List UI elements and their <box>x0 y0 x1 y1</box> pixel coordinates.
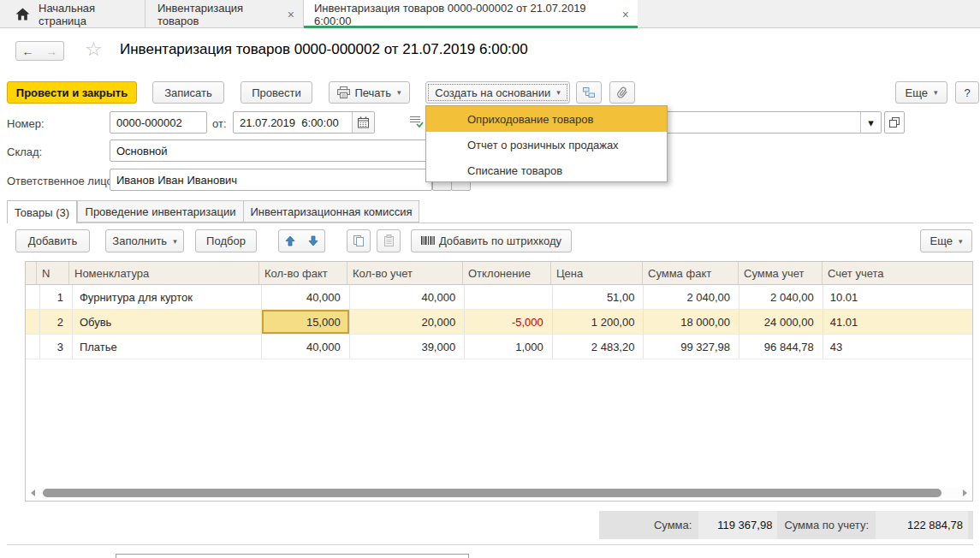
cell-sum-fact[interactable]: 2 040,00 <box>644 285 739 309</box>
number-field[interactable]: 0000-000002 <box>110 111 207 134</box>
cell-sum-fact[interactable]: 99 327,98 <box>644 335 739 359</box>
chevron-down-icon: ▾ <box>868 116 874 129</box>
paste-icon <box>383 234 395 247</box>
fill-button[interactable]: Заполнить ▾ <box>105 229 184 252</box>
move-row-up-button[interactable] <box>278 229 302 252</box>
cell-sum-acc[interactable]: 96 844,78 <box>739 335 823 359</box>
calendar-button[interactable] <box>352 112 374 133</box>
cell-qty-acc[interactable]: 20,000 <box>350 310 466 334</box>
forward-button[interactable]: → <box>39 41 64 61</box>
tab-inventory-list[interactable]: Инвентаризация товаров × <box>146 0 304 28</box>
column-header-qty-acc[interactable]: Кол-во учет <box>347 262 463 284</box>
more-button-top[interactable]: Еще ▾ <box>895 81 947 104</box>
combo-dropdown-button[interactable]: ▾ <box>860 112 881 133</box>
column-header-sum-acc[interactable]: Сумма учет <box>739 262 823 284</box>
cell-qty-acc[interactable]: 39,000 <box>350 335 466 359</box>
arrow-up-icon <box>285 235 295 246</box>
cell-sum-acc[interactable]: 2 040,00 <box>739 285 823 309</box>
post-and-close-button[interactable]: Провести и закрыть <box>7 81 137 104</box>
printer-icon <box>337 86 350 98</box>
cell-nomenclature[interactable]: Обувь <box>73 310 262 334</box>
post-button[interactable]: Провести <box>241 81 312 104</box>
attachments-button[interactable] <box>609 81 635 104</box>
date-label: от: <box>212 117 227 130</box>
cell-qty-fact[interactable]: 40,000 <box>262 285 350 309</box>
cell-qty-fact[interactable]: 40,000 <box>262 335 350 359</box>
scrollbar-thumb[interactable] <box>43 489 941 497</box>
tab-label: Инвентаризация товаров <box>157 2 279 27</box>
cell-account[interactable]: 10.01 <box>823 285 972 309</box>
menu-item-goods-write-off[interactable]: Списание товаров <box>426 157 667 183</box>
back-button[interactable]: ← <box>15 41 40 61</box>
more-button-table[interactable]: Еще ▾ <box>920 229 972 252</box>
tab-home-page[interactable]: Начальная страница <box>0 0 146 28</box>
cell-deviation[interactable]: -5,000 <box>465 310 553 334</box>
column-header-nomenclature[interactable]: Номенклатура <box>69 262 259 284</box>
copy-button[interactable] <box>347 229 371 252</box>
row-marker-cell <box>26 310 40 334</box>
help-button[interactable]: ? <box>955 81 979 104</box>
clipped-field-below[interactable] <box>116 554 469 558</box>
cell-nomenclature[interactable]: Фурнитура для курток <box>73 285 262 309</box>
tab-goods[interactable]: Товары (3) <box>7 200 77 223</box>
cell-deviation[interactable]: 1,000 <box>465 335 553 359</box>
scroll-left-icon[interactable] <box>31 490 35 496</box>
document-check-icon[interactable] <box>409 115 424 128</box>
menu-item-retail-sales-report[interactable]: Отчет о розничных продажах <box>426 132 667 157</box>
tab-inventory-document[interactable]: Инвентаризация товаров 0000-000002 от 21… <box>304 0 638 28</box>
tab-inventory-execution[interactable]: Проведение инвентаризации <box>77 200 244 223</box>
column-header-deviation[interactable]: Отклонение <box>463 262 551 284</box>
favorite-star-icon[interactable]: ☆ <box>85 38 103 61</box>
cell-sum-fact[interactable]: 18 000,00 <box>644 310 739 334</box>
cell-n[interactable]: 2 <box>40 310 73 334</box>
responsible-field[interactable]: Иванов Иван Иванович <box>110 169 432 191</box>
horizontal-scrollbar[interactable] <box>29 487 969 499</box>
column-header-price[interactable]: Цена <box>551 262 643 284</box>
row-marker-column-header <box>26 262 37 284</box>
calendar-icon <box>357 116 370 128</box>
chevron-down-icon: ▾ <box>173 237 177 246</box>
pick-button[interactable]: Подбор <box>195 229 257 252</box>
move-row-down-button[interactable] <box>301 229 325 252</box>
table-row-current[interactable]: 2 Обувь 15,000 20,000 -5,000 1 200,00 18… <box>26 310 972 335</box>
cell-account[interactable]: 41.01 <box>823 310 972 334</box>
date-field[interactable]: 21.07.2019 6:00:00 <box>233 111 375 134</box>
column-header-account[interactable]: Счет учета <box>823 262 972 284</box>
open-link-button[interactable] <box>884 111 905 134</box>
barcode-icon <box>421 235 435 246</box>
column-header-sum-fact[interactable]: Сумма факт <box>643 262 739 284</box>
cell-deviation[interactable] <box>465 285 553 309</box>
create-based-on-menu: Оприходование товаров Отчет о розничных … <box>425 105 668 182</box>
print-button[interactable]: Печать ▾ <box>329 81 410 104</box>
cell-account[interactable]: 43 <box>823 335 972 359</box>
add-row-button[interactable]: Добавить <box>15 229 90 252</box>
cell-price[interactable]: 51,00 <box>553 285 644 309</box>
column-header-n[interactable]: N <box>37 262 69 284</box>
cell-n[interactable]: 3 <box>40 335 73 359</box>
warehouse-field[interactable]: Основной <box>110 140 432 162</box>
cell-n[interactable]: 1 <box>40 285 73 309</box>
chevron-down-icon: ▾ <box>397 88 401 97</box>
column-header-qty-fact[interactable]: Кол-во факт <box>259 262 347 284</box>
write-button[interactable]: Записать <box>152 81 224 104</box>
cell-price[interactable]: 1 200,00 <box>553 310 644 334</box>
sum-acc-label: Сумма по учету: <box>784 519 869 531</box>
cell-sum-acc[interactable]: 24 000,00 <box>739 310 823 334</box>
add-by-barcode-button[interactable]: Добавить по штрихкоду <box>411 229 572 252</box>
table-row[interactable]: 1 Фурнитура для курток 40,000 40,000 51,… <box>26 285 972 310</box>
close-icon[interactable]: × <box>622 8 629 21</box>
forward-arrow-icon: → <box>45 45 57 58</box>
cell-qty-fact-selected[interactable]: 15,000 <box>262 310 350 334</box>
create-based-on-button[interactable]: Создать на основании ▾ <box>425 81 570 104</box>
cell-nomenclature[interactable]: Платье <box>73 335 262 359</box>
cell-qty-acc[interactable]: 40,000 <box>350 285 466 309</box>
document-structure-button[interactable] <box>576 81 602 104</box>
tab-inventory-commission[interactable]: Инвентаризационная комиссия <box>244 200 419 223</box>
close-icon[interactable]: × <box>288 8 294 21</box>
table-row[interactable]: 3 Платье 40,000 39,000 1,000 2 483,20 99… <box>26 335 972 359</box>
paste-button[interactable] <box>377 229 401 252</box>
chevron-down-icon: ▾ <box>556 88 561 97</box>
menu-item-goods-receipt[interactable]: Оприходование товаров <box>426 106 667 132</box>
scroll-right-icon[interactable] <box>963 490 967 496</box>
cell-price[interactable]: 2 483,20 <box>553 335 644 359</box>
